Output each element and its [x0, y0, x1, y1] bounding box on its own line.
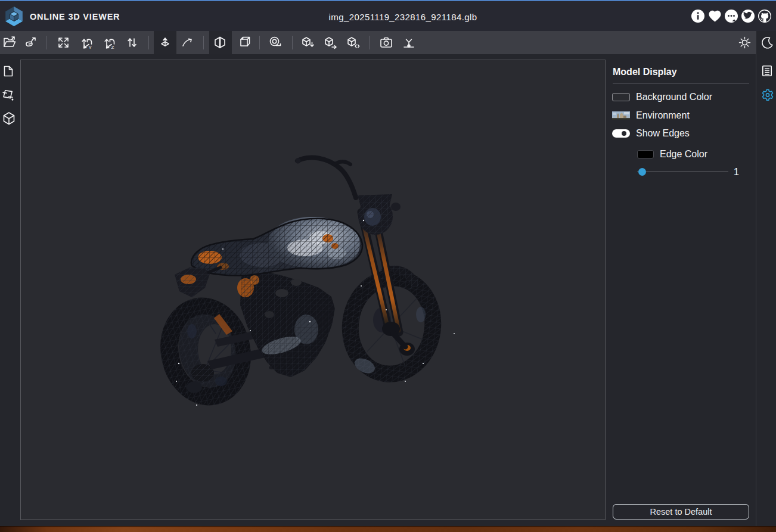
svg-text:Z: Z — [111, 45, 114, 50]
svg-text:Y: Y — [89, 45, 92, 50]
